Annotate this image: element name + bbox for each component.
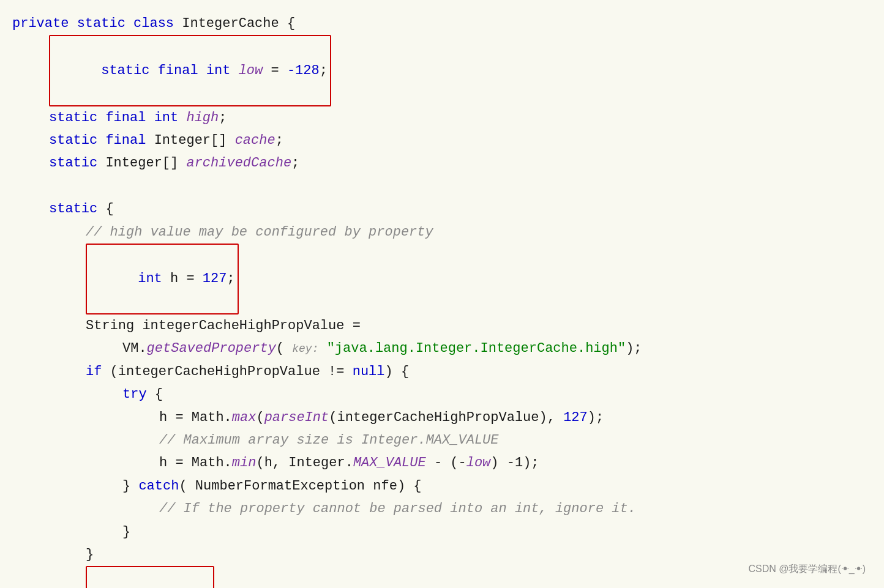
kw-static2: static	[49, 106, 105, 129]
var-cache: cache	[235, 129, 275, 152]
code-line-14: h = Math.max(parseInt(integerCacheHighPr…	[12, 406, 866, 429]
kw-final3: final	[105, 129, 154, 152]
watermark: CSDN @我要学编程(ꔹ_ꔹ)	[748, 561, 866, 577]
method-max: max	[232, 406, 257, 429]
classname: IntegerCache {	[182, 12, 295, 35]
const-maxval: MAX_VALUE	[353, 452, 426, 474]
var-high: high	[186, 106, 219, 129]
h-assign2: h = Math.	[159, 452, 232, 474]
kw-int3: int	[138, 271, 170, 286]
kw-static5: static	[49, 198, 105, 220]
boxed-high-assign: high = h;	[86, 566, 214, 588]
vm-call: VM.	[122, 337, 147, 360]
try-close: }	[122, 475, 138, 497]
semi-high: ;	[219, 106, 227, 129]
code-line-20: }	[12, 543, 866, 566]
min-op: - (-	[426, 452, 466, 474]
code-line-2: static final int low = -128;	[12, 35, 866, 106]
kw-int2: int	[154, 106, 187, 129]
boxed-low: static final int low = -128;	[49, 35, 331, 106]
kw-if: if	[86, 360, 110, 383]
comment-max-array: // Maximum array size is Integer.MAX_VAL…	[159, 429, 499, 452]
keyword-class: class	[133, 12, 182, 35]
semi-archived: ;	[291, 152, 299, 174]
hint-key: key:	[292, 340, 318, 359]
kw-int: int	[206, 63, 239, 78]
code-line-7: static {	[12, 198, 866, 220]
string-java-lang: "java.lang.Integer.IntegerCache.high"	[327, 337, 626, 360]
kw-null: null	[353, 360, 385, 383]
code-line-1: private static class IntegerCache {	[12, 12, 866, 35]
code-line-4: static final Integer[] cache;	[12, 129, 866, 152]
ref-low: low	[466, 452, 491, 474]
boxed-h: int h = 127;	[86, 244, 239, 314]
paren-max: (	[256, 406, 264, 429]
if-close: ) {	[385, 360, 410, 383]
code-line-3: static final int high;	[12, 106, 866, 129]
catch-paren: ( NumberFormatException nfe) {	[179, 475, 421, 497]
paren-open: (	[276, 337, 292, 360]
code-line-9: int h = 127;	[12, 244, 866, 314]
string-decl: String integerCacheHighPropValue =	[86, 314, 361, 337]
val-neg128: -128	[287, 63, 320, 78]
min-arg1: (h, Integer.	[256, 452, 353, 474]
code-line-15: // Maximum array size is Integer.MAX_VAL…	[12, 429, 866, 452]
semi-h: ;	[227, 271, 234, 286]
code-line-10: String integerCacheHighPropValue =	[12, 314, 866, 337]
code-line-16: h = Math.min(h, Integer.MAX_VALUE - (-lo…	[12, 452, 866, 474]
semi-cache: ;	[275, 129, 283, 152]
type-integer-arr2: Integer[]	[105, 152, 186, 174]
kw-try: try	[122, 383, 155, 406]
comment-if-prop: // If the property cannot be parsed into…	[159, 497, 636, 520]
code-line-19: }	[12, 521, 866, 543]
val-127b: 127	[563, 406, 588, 429]
code-line-13: try {	[12, 383, 866, 406]
code-line-11: VM.getSavedProperty( key: "java.lang.Int…	[12, 337, 866, 360]
if-end-brace: }	[86, 543, 94, 566]
catch-close: }	[122, 521, 130, 543]
code-line-17: } catch( NumberFormatException nfe) {	[12, 475, 866, 497]
try-brace: {	[155, 383, 163, 406]
brace-open: {	[105, 198, 113, 220]
h-assign1: h = Math.	[159, 406, 232, 429]
kw-final: final	[158, 63, 206, 78]
method-getSaved: getSavedProperty	[147, 337, 276, 360]
kw-catch: catch	[138, 475, 179, 497]
kw-static: static	[101, 63, 157, 78]
semi-low: ;	[320, 63, 328, 78]
code-line-12: if (integerCacheHighPropValue != null) {	[12, 360, 866, 383]
code-line-21: high = h;	[12, 566, 866, 588]
kw-static4: static	[49, 152, 105, 174]
keyword-static: static	[77, 12, 133, 35]
code-line-18: // If the property cannot be parsed into…	[12, 497, 866, 520]
keyword-private: private	[12, 12, 77, 35]
var-h: h =	[170, 271, 203, 286]
if-cond: (integerCacheHighPropValue !=	[110, 360, 353, 383]
var-archived: archivedCache	[186, 152, 291, 174]
code-line-5: static Integer[] archivedCache;	[12, 152, 866, 174]
code-line-6	[12, 175, 866, 198]
type-integer-arr: Integer[]	[154, 129, 235, 152]
code-line-8: // high value may be configured by prope…	[12, 221, 866, 244]
kw-static3: static	[49, 129, 105, 152]
method-parseInt: parseInt	[264, 406, 329, 429]
method-min: min	[232, 452, 257, 474]
space1	[318, 337, 326, 360]
var-low: low	[239, 63, 263, 78]
code-container: private static class IntegerCache { stat…	[0, 0, 884, 588]
kw-final2: final	[105, 106, 154, 129]
paren-close: );	[626, 337, 642, 360]
comment-high-value: // high value may be configured by prope…	[86, 221, 433, 244]
min-op2: ) -1);	[490, 452, 539, 474]
equals-low: =	[263, 63, 287, 78]
parseInt-arg: (integerCacheHighPropValue),	[329, 406, 563, 429]
semi-max: );	[588, 406, 604, 429]
val-127: 127	[203, 271, 227, 286]
